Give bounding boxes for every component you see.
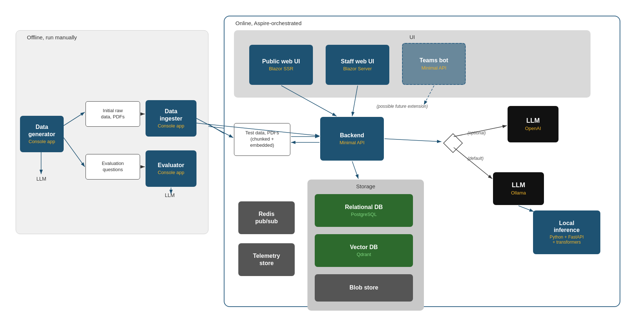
staff-web-ui-sub: Blazor Server — [343, 66, 372, 71]
llm-offline-1: LLM — [36, 176, 46, 182]
data-ingester-box: Dataingester Console app — [146, 100, 196, 137]
local-inference-sub: Python + FastAPI + transformers — [550, 235, 584, 245]
redis-title: Redispub/sub — [255, 210, 278, 224]
backend-sub: Minimal API — [339, 140, 365, 145]
data-generator-sub: Console app — [29, 139, 55, 144]
backend-title: Backend — [340, 132, 364, 139]
local-inference-title: Localinference — [554, 220, 580, 233]
initial-raw-data-box: Initial rawdata, PDFs — [86, 101, 140, 127]
evaluator-sub: Console app — [158, 170, 184, 175]
storage-label: Storage — [356, 183, 375, 189]
telemetry-title: Telemetrystore — [253, 252, 280, 266]
public-web-ui-title: Public web UI — [262, 58, 300, 65]
redis-box: Redispub/sub — [238, 201, 295, 234]
data-generator-box: Datagenerator Console app — [20, 116, 64, 152]
test-data-label: Test data, PDFs(chunked +embedded) — [245, 130, 279, 149]
teams-bot-box: Teams bot Minimal API — [402, 43, 466, 85]
vector-db-sub: Qdrant — [357, 252, 371, 257]
initial-raw-data-label: Initial rawdata, PDFs — [101, 108, 124, 120]
future-extension-label: (possible future extension) — [377, 104, 428, 109]
public-web-ui-sub: Blazor SSR — [269, 66, 293, 71]
relational-db-box: Relational DB PostgreSQL — [315, 194, 413, 227]
backend-box: Backend Minimal API — [320, 117, 384, 161]
telemetry-box: Telemetrystore — [238, 243, 295, 276]
teams-bot-sub: Minimal API — [421, 65, 446, 71]
diagram-container: Offline, run manually Datagenerator Cons… — [9, 8, 635, 307]
evaluation-questions-label: Evaluationquestions — [102, 161, 124, 173]
vector-db-box: Vector DB Qdrant — [315, 234, 413, 267]
local-inference-box: Localinference Python + FastAPI + transf… — [533, 210, 600, 254]
relational-db-sub: PostgreSQL — [351, 212, 377, 217]
data-ingester-title: Dataingester — [160, 108, 182, 122]
online-label: Online, Aspire-orchestrated — [235, 20, 302, 26]
llm-openai-box: LLM OpenAI — [508, 106, 558, 142]
llm-ollama-box: LLM Ollama — [493, 172, 544, 205]
teams-bot-title: Teams bot — [420, 57, 448, 64]
llm-ollama-sub: Ollama — [511, 190, 526, 196]
llm-openai-title: LLM — [526, 117, 540, 125]
evaluation-questions-box: Evaluationquestions — [86, 154, 140, 180]
data-ingester-sub: Console app — [158, 123, 184, 129]
relational-db-title: Relational DB — [345, 204, 383, 210]
data-generator-title: Datagenerator — [28, 123, 55, 137]
staff-web-ui-title: Staff web UI — [341, 58, 374, 65]
diamond-choice — [442, 132, 464, 154]
llm-ollama-title: LLM — [512, 181, 525, 189]
llm-openai-sub: OpenAI — [525, 126, 541, 131]
evaluator-title: Evaluator — [158, 162, 184, 169]
llm-offline-2: LLM — [165, 192, 175, 198]
vector-db-title: Vector DB — [350, 244, 378, 251]
public-web-ui-box: Public web UI Blazor SSR — [249, 45, 313, 85]
blob-store-title: Blob store — [349, 284, 378, 291]
offline-label: Offline, run manually — [27, 34, 77, 40]
ui-label: UI — [410, 34, 415, 40]
test-data-box: Test data, PDFs(chunked +embedded) — [234, 123, 290, 156]
svg-marker-22 — [444, 134, 462, 153]
blob-store-box: Blob store — [315, 274, 413, 302]
evaluator-box: Evaluator Console app — [146, 150, 196, 187]
optional-label: (optional) — [468, 130, 486, 135]
default-label: (default) — [468, 156, 484, 161]
staff-web-ui-box: Staff web UI Blazor Server — [326, 45, 389, 85]
